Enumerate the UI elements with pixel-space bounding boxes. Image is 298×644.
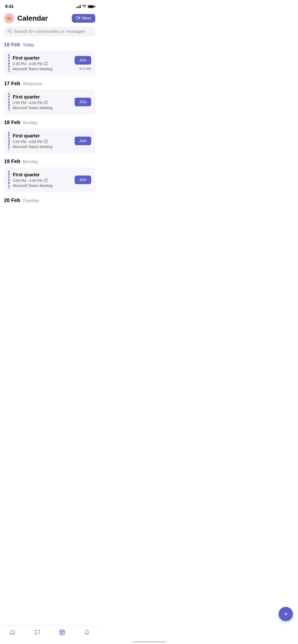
event-time: 3:30 PM - 4:00 PM (13, 101, 52, 105)
date-header: 16 FebToday (4, 42, 95, 48)
event-title: First quarter (13, 55, 52, 61)
avatar[interactable]: SJ (4, 13, 14, 23)
event-card-left: First quarter3:30 PM - 4:00 PMMicrosoft … (8, 54, 52, 72)
event-card-right: Joinin 2 min (75, 56, 91, 70)
recurring-icon (44, 62, 48, 66)
date-bold: 19 Feb (4, 158, 20, 164)
date-label: Today (23, 42, 34, 48)
event-card-left: First quarter3:30 PM - 4:00 PMMicrosoft … (8, 171, 52, 189)
event-card-right: Join (75, 137, 91, 145)
date-label: Monday (23, 159, 38, 164)
recurring-icon (44, 101, 48, 105)
date-label: Tomorrow (23, 81, 42, 86)
meet-label: Meet (82, 16, 91, 21)
event-stripe (8, 93, 10, 111)
event-time-text: 3:30 PM - 4:00 PM (13, 101, 43, 105)
calendar-content: 16 FebTodayFirst quarter3:30 PM - 4:00 P… (0, 42, 99, 232)
page-title: Calendar (17, 14, 48, 22)
event-type: Microsoft Teams Meeting (13, 184, 52, 188)
event-title: First quarter (13, 172, 52, 178)
search-container: Search for communities or messages (0, 26, 99, 41)
event-info: First quarter3:30 PM - 4:00 PMMicrosoft … (13, 133, 52, 149)
join-button[interactable]: Join (75, 98, 91, 106)
event-title: First quarter (13, 94, 52, 100)
event-type: Microsoft Teams Meeting (13, 67, 52, 71)
camera-icon (76, 16, 80, 21)
svg-point-1 (8, 29, 11, 32)
event-stripe (8, 132, 10, 150)
search-bar[interactable]: Search for communities or messages (4, 26, 95, 37)
meet-button[interactable]: Meet (72, 14, 95, 23)
event-time: 3:30 PM - 4:00 PM (13, 140, 52, 144)
header-left: SJ Calendar (4, 13, 48, 23)
date-label: Sunday (23, 120, 37, 125)
event-time-text: 3:30 PM - 4:00 PM (13, 179, 43, 183)
search-placeholder: Search for communities or messages (14, 29, 85, 34)
recurring-icon (44, 179, 48, 183)
search-icon (8, 29, 12, 34)
status-bar: 9:41 (0, 0, 99, 11)
date-header: 17 FebTomorrow (4, 81, 95, 86)
date-bold: 16 Feb (4, 42, 20, 48)
event-time: 3:30 PM - 4:00 PM (13, 179, 52, 183)
signal-icon (76, 5, 81, 8)
event-card-left: First quarter3:30 PM - 4:00 PMMicrosoft … (8, 93, 52, 111)
join-button[interactable]: Join (75, 56, 91, 65)
date-bold: 20 Feb (4, 197, 20, 203)
event-card-right: Join (75, 175, 91, 184)
event-card[interactable]: First quarter3:30 PM - 4:00 PMMicrosoft … (4, 90, 95, 114)
event-type: Microsoft Teams Meeting (13, 145, 52, 149)
join-button[interactable]: Join (75, 175, 91, 184)
event-time-text: 3:30 PM - 4:00 PM (13, 62, 43, 66)
event-card[interactable]: First quarter3:30 PM - 4:00 PMMicrosoft … (4, 167, 95, 192)
date-bold: 17 Feb (4, 81, 20, 86)
date-bold: 18 Feb (4, 120, 20, 125)
status-time: 9:41 (5, 4, 14, 9)
event-type: Microsoft Teams Meeting (13, 106, 52, 110)
event-stripe (8, 171, 10, 189)
event-time-text: 3:30 PM - 4:00 PM (13, 140, 43, 144)
date-header: 20 FebTuesday (4, 197, 95, 203)
in-min-label: in 2 min (79, 67, 91, 70)
event-stripe (8, 54, 10, 72)
event-card-right: Join (75, 98, 91, 106)
event-title: First quarter (13, 133, 52, 139)
event-info: First quarter3:30 PM - 4:00 PMMicrosoft … (13, 172, 52, 188)
event-card[interactable]: First quarter3:30 PM - 4:00 PMMicrosoft … (4, 128, 95, 153)
status-icons (76, 5, 94, 9)
event-time: 3:30 PM - 4:00 PM (13, 62, 52, 66)
join-button[interactable]: Join (75, 137, 91, 145)
svg-rect-0 (76, 17, 79, 19)
event-card[interactable]: First quarter3:30 PM - 4:00 PMMicrosoft … (4, 51, 95, 76)
date-label: Tuesday (23, 198, 39, 203)
event-info: First quarter3:30 PM - 4:00 PMMicrosoft … (13, 94, 52, 110)
date-header: 19 FebMonday (4, 158, 95, 164)
event-info: First quarter3:30 PM - 4:00 PMMicrosoft … (13, 55, 52, 71)
header: SJ Calendar Meet (0, 11, 99, 26)
battery-icon (88, 5, 94, 8)
event-card-left: First quarter3:30 PM - 4:00 PMMicrosoft … (8, 132, 52, 150)
recurring-icon (44, 140, 48, 144)
date-header: 18 FebSunday (4, 120, 95, 125)
wifi-icon (82, 5, 86, 9)
